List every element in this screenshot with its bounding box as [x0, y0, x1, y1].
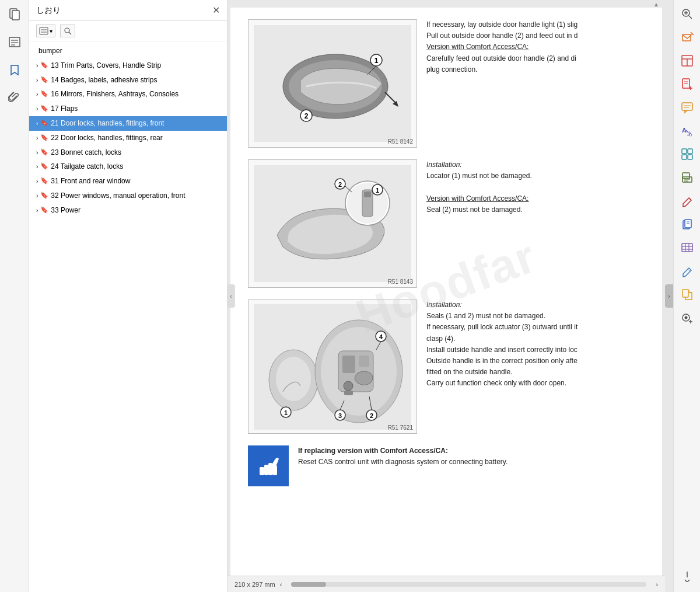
svg-rect-53 — [264, 465, 268, 475]
sidebar-item-bumper[interactable]: bumper — [29, 44, 227, 58]
item-label: 23 Bonnet catch, locks — [51, 148, 121, 158]
zoom-in-icon[interactable] — [677, 4, 697, 24]
arrow-icon: › — [36, 76, 38, 85]
pdf-add-icon[interactable] — [677, 74, 697, 94]
sidebar-item-21[interactable]: › 🔖 21 Door locks, handles, fittings, fr… — [29, 116, 227, 131]
bookmark-icon: 🔖 — [40, 75, 48, 84]
sidebar-item-14[interactable]: › 🔖 14 Badges, labels, adhesive strips — [29, 73, 227, 88]
svg-rect-25 — [364, 191, 371, 197]
arrow-icon: › — [36, 192, 38, 200]
doc-text-1: If necessary, lay outside door handle li… — [426, 19, 645, 148]
text-line: If necessary, lay outside door handle li… — [426, 19, 645, 30]
scroll-up-arrow[interactable]: ▲ — [653, 1, 659, 8]
text-line: Pull out outside door handle (2) and fee… — [426, 30, 645, 41]
file-copy-icon[interactable] — [677, 214, 697, 234]
doc-page: Hoodfar — [230, 8, 662, 576]
arrow-icon: › — [36, 105, 38, 113]
send-icon[interactable] — [677, 27, 697, 47]
arrow-icon: › — [36, 90, 38, 99]
doc-image-2: 1 2 R51 8143 — [248, 159, 417, 288]
svg-text:1: 1 — [284, 409, 288, 416]
doc-text-2: Installation: Locator (1) must not be da… — [426, 159, 645, 288]
sidebar-item-24[interactable]: › 🔖 24 Tailgate catch, locks — [29, 159, 227, 174]
item-label: 33 Power — [51, 206, 80, 215]
sidebar-item-33[interactable]: › 🔖 33 Power — [29, 203, 227, 218]
svg-text:3: 3 — [338, 412, 342, 419]
svg-rect-52 — [260, 467, 264, 475]
lock-mechanism-img: 4 1 3 2 — [254, 304, 411, 430]
svg-text:2: 2 — [370, 412, 373, 419]
svg-rect-70 — [682, 103, 692, 110]
svg-rect-38 — [359, 356, 369, 367]
pages-icon[interactable] — [5, 5, 24, 23]
list-view-button[interactable]: ▾ — [36, 25, 55, 37]
text-line: clasp (4). — [426, 333, 645, 344]
translate-icon[interactable]: Aあ — [677, 121, 697, 141]
sidebar-list: bumper › 🔖 13 Trim Parts, Covers, Handle… — [29, 41, 227, 592]
status-bar: 210 x 297 mm ‹ › — [228, 576, 665, 592]
svg-rect-54 — [268, 463, 272, 475]
svg-text:1: 1 — [376, 187, 379, 194]
scroll-right-arrow[interactable]: › — [656, 581, 658, 588]
horizontal-scrollbar[interactable] — [291, 582, 646, 587]
sidebar-item-23[interactable]: › 🔖 23 Bonnet catch, locks — [29, 145, 227, 160]
doc-section-3: 4 1 3 2 R51 7621 Installation: — [248, 300, 645, 434]
bookmark-icon[interactable] — [5, 61, 24, 79]
bookmark-icon: 🔖 — [40, 119, 48, 127]
sidebar-collapse-handle[interactable]: ‹ — [227, 284, 235, 308]
grid-layout-icon[interactable] — [677, 144, 697, 164]
item-label: 13 Trim Parts, Covers, Handle Strip — [51, 61, 161, 71]
sidebar-item-32[interactable]: › 🔖 32 Power windows, manual operation, … — [29, 189, 227, 203]
svg-rect-76 — [682, 149, 687, 154]
exit-icon[interactable] — [681, 569, 694, 588]
svg-point-101 — [684, 316, 687, 319]
svg-rect-55 — [272, 465, 277, 475]
svg-rect-37 — [342, 356, 355, 373]
sidebar-item-13[interactable]: › 🔖 13 Trim Parts, Covers, Handle Strip — [29, 58, 227, 73]
page-size-label: 210 x 297 mm — [235, 581, 275, 588]
list-icon[interactable] — [5, 33, 24, 51]
item-label: 31 Front and rear window — [51, 176, 130, 186]
svg-line-57 — [689, 16, 692, 19]
right-toolbar: Aあ — [673, 0, 700, 592]
bookmark-icon: 🔖 — [40, 148, 48, 156]
table-icon[interactable] — [677, 238, 697, 257]
door-handle-img-2: 1 2 — [254, 165, 411, 282]
svg-point-39 — [344, 381, 353, 391]
text-line: Outside handle is in the correct positio… — [426, 356, 645, 367]
bookmark-icon: 🔖 — [40, 162, 48, 170]
item-label: 21 Door locks, handles, fittings, front — [51, 119, 164, 128]
item-label: 32 Power windows, manual operation, fron… — [51, 191, 185, 201]
text-line: Seal (2) must not be damaged. — [426, 204, 645, 215]
annotate-red-icon[interactable] — [677, 191, 697, 211]
doc-viewer[interactable]: Hoodfar — [228, 8, 665, 576]
item-label: 16 Mirrors, Finishers, Ashtrays, Console… — [51, 89, 178, 99]
scroll-left-arrow[interactable]: ‹ — [280, 581, 282, 588]
arrow-icon: › — [36, 177, 38, 186]
sidebar-item-31[interactable]: › 🔖 31 Front and rear window — [29, 174, 227, 189]
annotate-blue-icon[interactable] — [677, 261, 697, 281]
right-collapse-handle[interactable]: › — [665, 284, 673, 308]
arrow-icon: › — [36, 134, 38, 142]
sidebar-header: しおり ✕ — [29, 0, 227, 21]
layout-icon[interactable] — [677, 51, 697, 71]
sidebar-item-17[interactable]: › 🔖 17 Flaps — [29, 102, 227, 116]
sidebar-item-22[interactable]: › 🔖 22 Door locks, handles, fittings, re… — [29, 131, 227, 145]
comment-icon[interactable] — [677, 97, 697, 117]
attachment-icon[interactable] — [5, 89, 24, 107]
export-icon[interactable] — [677, 284, 697, 304]
print-preview-icon[interactable] — [677, 168, 697, 187]
sidebar-close-button[interactable]: ✕ — [212, 5, 220, 16]
settings-add-icon[interactable] — [677, 308, 697, 328]
doc-text-3: Installation: Seals (1 and 2) must not b… — [426, 300, 645, 434]
svg-rect-1 — [12, 11, 19, 20]
search-bookmark-button[interactable] — [60, 25, 75, 37]
sidebar-item-16[interactable]: › 🔖 16 Mirrors, Finishers, Ashtrays, Con… — [29, 87, 227, 102]
bookmark-icon: 🔖 — [40, 191, 48, 200]
image-ref-1: R51 8142 — [388, 138, 413, 145]
text-line: If necessary, pull lock actuator (3) out… — [426, 322, 645, 333]
horizontal-scroll-thumb[interactable] — [291, 582, 326, 587]
svg-text:2: 2 — [338, 181, 342, 188]
item-label: 22 Door locks, handles, fittings, rear — [51, 133, 162, 143]
text-line: Installation: — [426, 159, 645, 170]
